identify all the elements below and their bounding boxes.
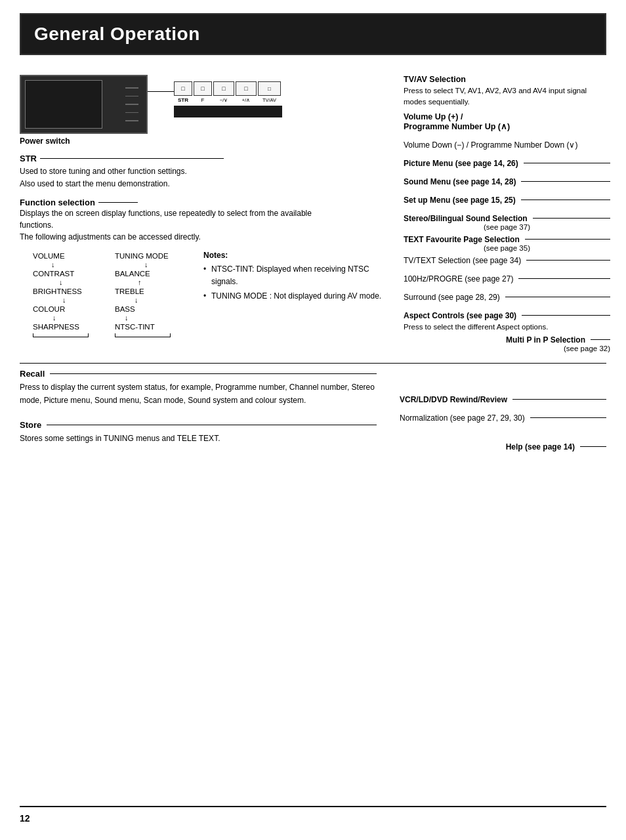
tv-controls-row: □ STR □ F □ −/∨ <box>20 75 400 134</box>
func-item-bass: BASS <box>115 304 135 314</box>
recall-line <box>50 373 377 374</box>
vcr-label: VCR/LD/DVD Rewind/Review <box>400 395 507 404</box>
func-arrow-3: ↓ <box>33 297 66 304</box>
buttons-row: □ STR □ F □ −/∨ <box>174 81 282 103</box>
func-title-row: Function selection <box>20 198 400 207</box>
setup-menu-entry: Set up Menu (see page 15, 25) <box>404 196 610 205</box>
minus-button-label: −/∨ <box>220 97 228 103</box>
func-bracket-left <box>33 333 89 337</box>
note-item-2: • TUNING MODE : Not displayed during AV … <box>203 290 400 303</box>
diagram-area: □ STR □ F □ −/∨ <box>20 75 400 356</box>
store-line <box>47 425 377 425</box>
surround-entry: Surround (see page 28, 29) <box>404 293 610 302</box>
str-button-group: □ STR <box>174 81 192 103</box>
right-panel: TV/AV Selection Press to select TV, AV1,… <box>400 75 610 356</box>
multip-entry: Multi P in P Selection (see page 32) <box>404 335 610 352</box>
str-button[interactable]: □ <box>174 81 192 96</box>
power-switch-area: Power switch <box>20 136 400 146</box>
aspect-label-row: Aspect Controls (see page 30) <box>404 311 610 320</box>
tv-box <box>20 75 148 134</box>
func-title: Function selection <box>20 198 95 207</box>
recall-title-row: Recall <box>20 369 377 379</box>
multip-label: Multi P in P Selection <box>506 335 585 345</box>
note-item-1-text: NTSC-TINT: Displayed when receiving NTSC… <box>211 264 371 286</box>
str-button-label: STR <box>178 97 188 103</box>
100hz-entry: 100Hz/PROGRE (see page 27) <box>404 274 610 284</box>
tv-screen <box>25 80 102 129</box>
tvtext-entry: TV/TEXT Selection (see page 34) <box>404 256 610 265</box>
bottom-section: Recall Press to display the current syst… <box>20 363 606 452</box>
tvav-selection-entry: TV/AV Selection Press to select TV, AV1,… <box>404 75 610 108</box>
speaker-line-4 <box>125 112 138 114</box>
help-line <box>580 446 606 447</box>
multip-sublabel: (see page 32) <box>404 345 610 352</box>
speaker-line-2 <box>125 96 138 97</box>
stereo-label-row: Stereo/Bilingual Sound Selection <box>404 214 610 223</box>
stereo-entry: Stereo/Bilingual Sound Selection (see pa… <box>404 214 610 231</box>
multip-label-row: Multi P in P Selection <box>404 335 610 345</box>
help-label: Help (see page 14) <box>506 442 575 452</box>
volume-up-label: Volume Up (+) / <box>404 112 610 121</box>
sound-menu-entry: Sound Menu (see page 14, 28) <box>404 177 610 186</box>
power-switch-label: Power switch <box>20 136 400 146</box>
func-item-colour: COLOUR <box>33 304 65 314</box>
func-arrow-4: ↓ <box>33 314 56 322</box>
func-col-right: TUNING MODE ↓ BALANCE ↑ TREBLE ↓ BASS ↓ … <box>115 251 171 337</box>
minus-button[interactable]: □ <box>213 81 234 96</box>
func-arrow-1: ↓ <box>33 261 55 268</box>
vcr-entry: VCR/LD/DVD Rewind/Review <box>400 395 606 404</box>
recall-section: Recall Press to display the current syst… <box>20 369 377 408</box>
notes-area: Notes: • NTSC-TINT: Displayed when recei… <box>203 251 400 337</box>
f-button-label: F <box>201 97 205 103</box>
sound-menu-line <box>521 181 610 182</box>
func-item-brightness: BRIGHTNESS <box>33 286 82 297</box>
func-item-ntsc: NTSC-TINT <box>115 322 155 332</box>
store-section: Store Stores some settings in TUNING men… <box>20 420 377 446</box>
speaker-line-1 <box>125 87 138 89</box>
func-arrow-r3: ↓ <box>115 297 138 304</box>
tvav-button[interactable]: □ <box>258 81 281 96</box>
function-selection-area: Function selection Displays the on scree… <box>20 198 400 243</box>
func-arrow-r4: ↓ <box>115 314 129 322</box>
aspect-entry: Aspect Controls (see page 30) Press to s… <box>404 311 610 333</box>
setup-menu-label: Set up Menu (see page 15, 25) <box>404 196 516 205</box>
func-col-left: VOLUME ↓ CONTRAST ↓ BRIGHTNESS ↓ COLOUR … <box>33 251 89 337</box>
func-item-volume: VOLUME <box>33 251 65 261</box>
str-description: Used to store tuning and other function … <box>20 165 197 190</box>
picture-menu-entry: Picture Menu (see page 14, 26) <box>404 159 610 168</box>
volume-up-entry: Volume Up (+) / Programme Number Up (∧) <box>404 112 610 131</box>
tv-speaker <box>123 81 141 127</box>
store-title: Store <box>20 420 41 430</box>
tvav-label: TV/AV Selection <box>404 75 466 84</box>
vcr-line <box>512 399 606 400</box>
func-item-treble: TREBLE <box>115 286 144 297</box>
func-arrow-r1: ↓ <box>115 261 148 268</box>
aspect-label: Aspect Controls (see page 30) <box>404 311 516 320</box>
page-title: General Operation <box>34 24 592 45</box>
speaker-line-5 <box>125 120 138 121</box>
setup-menu-line <box>521 200 610 200</box>
func-desc2: The following adjustments can be accesse… <box>20 231 335 243</box>
100hz-line <box>518 278 610 279</box>
plus-button-group: □ +/∧ <box>236 81 257 103</box>
bottom-border <box>20 806 606 807</box>
func-item-contrast: CONTRAST <box>33 268 74 279</box>
speaker-line-3 <box>125 104 138 105</box>
page-number: 12 <box>20 813 30 824</box>
str-label: STR <box>20 154 37 163</box>
surround-label: Surround (see page 28, 29) <box>404 293 500 302</box>
func-item-sharpness: SHARPNESS <box>33 322 79 332</box>
store-title-row: Store <box>20 420 377 430</box>
aspect-desc: Press to select the different Aspect opt… <box>404 322 610 333</box>
f-button[interactable]: □ <box>194 81 212 96</box>
aspect-line <box>522 315 610 316</box>
notes-title: Notes: <box>203 251 400 260</box>
picture-menu-label: Picture Menu (see page 14, 26) <box>404 159 518 168</box>
text-fav-label-row: TEXT Favourite Page Selection <box>404 235 610 244</box>
plus-button[interactable]: □ <box>236 81 257 96</box>
picture-menu-line <box>524 163 610 163</box>
recall-desc: Press to display the current system stat… <box>20 381 377 408</box>
minus-button-group: □ −/∨ <box>213 81 234 103</box>
normalization-entry: Normalization (see page 27, 29, 30) <box>400 413 606 423</box>
tvtext-label: TV/TEXT Selection (see page 34) <box>404 256 521 265</box>
